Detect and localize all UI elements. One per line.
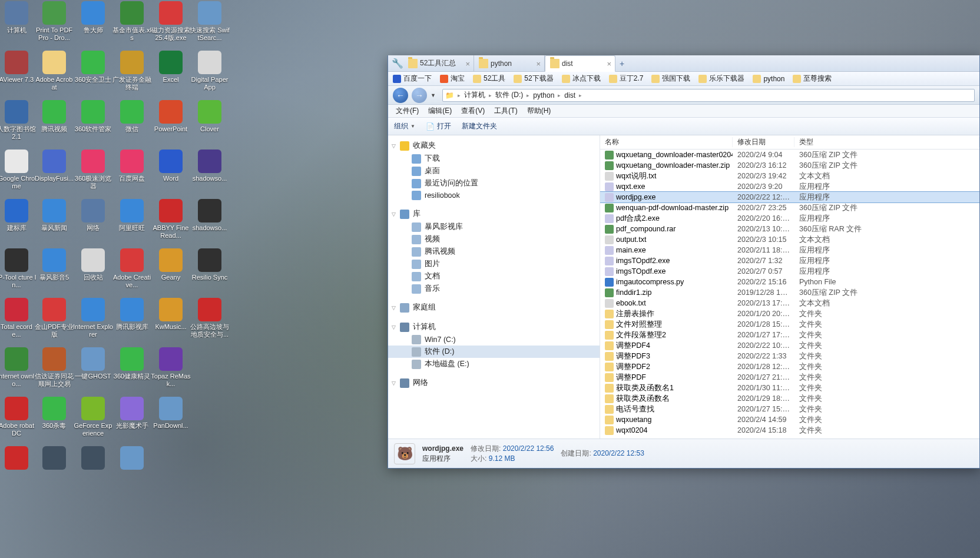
breadcrumb-item[interactable]: dist (562, 91, 578, 99)
desktop-icon[interactable]: 网络 (72, 198, 114, 247)
menu-item[interactable]: 查看(V) (457, 105, 489, 117)
nav-item[interactable]: 腾讯视频 (388, 245, 600, 258)
menu-item[interactable]: 工具(T) (490, 105, 521, 117)
menu-item[interactable]: 文件(F) (392, 105, 423, 117)
bookmark[interactable]: 至尊搜索 (793, 74, 832, 84)
window-tab[interactable]: dist× (545, 55, 615, 72)
nav-item[interactable]: 桌面 (388, 165, 600, 177)
desktop-icon[interactable]: Google Chrome (0, 148, 38, 198)
desktop-icon[interactable]: Word (150, 148, 192, 198)
desktop-icon[interactable]: DisplayFusi... (33, 148, 75, 198)
breadcrumb-item[interactable]: 计算机 (462, 90, 488, 100)
nav-history-dropdown[interactable]: ▼ (431, 92, 439, 98)
desktop-icon[interactable]: Topaz ReMask... (150, 346, 192, 396)
file-row[interactable]: 文件段落整理2 2020/1/27 17:26 文件夹 (600, 330, 979, 340)
close-icon[interactable]: × (607, 59, 611, 68)
desktop-icon[interactable]: 360安全卫士 (72, 49, 114, 99)
file-row[interactable]: 调整PDF2 2020/1/28 12:33 文件夹 (600, 361, 979, 372)
nav-item[interactable]: 文档 (388, 270, 600, 283)
desktop-icon[interactable]: Digital Paper App (188, 49, 231, 99)
nav-item[interactable]: 音乐 (388, 283, 600, 295)
file-row[interactable]: wqxuetang 2020/2/4 14:59 文件夹 (600, 414, 979, 425)
desktop-icon[interactable]: 腾讯影视库 (111, 297, 153, 346)
menu-item[interactable]: 帮助(H) (523, 105, 555, 117)
desktop-icon[interactable]: 磁力资源搜索25.4版.exe (150, 0, 192, 49)
desktop-icon[interactable]: Clover (188, 99, 231, 148)
nav-back-button[interactable]: ← (393, 88, 408, 103)
file-row[interactable]: imgsTOpdf2.exe 2020/2/7 1:32 应用程序 (600, 255, 979, 266)
nav-forward-button[interactable]: → (412, 88, 427, 103)
nav-group-header[interactable]: 库 (388, 207, 600, 221)
nav-group-header[interactable]: 收藏夹 (388, 139, 600, 152)
nav-item[interactable]: 视频 (388, 233, 600, 245)
bookmark[interactable]: 52工具 (473, 74, 505, 84)
window-tab[interactable]: 52工具汇总× (403, 55, 474, 71)
desktop-icon[interactable]: ABBYY FineRead... (150, 198, 192, 247)
desktop-icon[interactable]: 建标库 (0, 198, 38, 247)
desktop-icon[interactable]: PanDownl... (150, 396, 192, 445)
nav-group-header[interactable]: 计算机 (388, 320, 600, 334)
nav-item[interactable]: 图片 (388, 258, 600, 270)
desktop-icon[interactable]: 快速搜索 SwiftSearc... (188, 0, 231, 49)
file-row[interactable]: 获取类及函数名1 2020/1/30 11:17 文件夹 (600, 383, 979, 393)
desktop-icon[interactable]: 阿里旺旺 (111, 198, 153, 247)
bookmark[interactable]: 淘宝 (440, 74, 465, 84)
breadcrumb-item[interactable]: 软件 (D:) (493, 90, 525, 100)
desktop-icon[interactable] (33, 445, 75, 494)
desktop-icon[interactable]: 基金市值表.xls (111, 0, 153, 49)
header-name[interactable]: 名称 (600, 137, 733, 147)
file-row[interactable]: wenquan-pdf-download-master.zip 2020/2/7… (600, 202, 979, 213)
file-row[interactable]: 调整PDF4 2020/2/22 10:10 文件夹 (600, 340, 979, 351)
desktop-icon[interactable]: Geany (150, 247, 192, 297)
new-tab-button[interactable]: + (615, 55, 628, 71)
close-icon[interactable]: × (465, 59, 470, 68)
desktop-icon[interactable]: KwMusic... (150, 297, 192, 346)
desktop-icon[interactable]: 金山PDF专业版 (33, 297, 75, 346)
file-row[interactable]: pdf合成2.exe 2020/2/20 16:37 应用程序 (600, 213, 979, 224)
nav-item[interactable]: 最近访问的位置 (388, 177, 600, 190)
desktop-icon[interactable]: 广发证券金融终端 (111, 49, 153, 99)
breadcrumb-bar[interactable]: 📁 ▸计算机▸软件 (D:)▸python▸dist▸ (442, 89, 975, 102)
bookmark[interactable]: 强国下载 (651, 74, 690, 84)
bookmark[interactable]: 52下载器 (514, 74, 553, 84)
nav-item[interactable]: 本地磁盘 (E:) (388, 358, 600, 370)
desktop-icon[interactable]: Adobe Creative... (111, 247, 153, 297)
desktop-icon[interactable] (72, 445, 114, 494)
bookmark[interactable]: python (753, 75, 784, 83)
file-row[interactable]: wqxuetang_downloader-master0204.... 2020… (600, 150, 979, 160)
file-row[interactable]: ebook.txt 2020/2/13 17:47 文本文档 (600, 298, 979, 308)
close-icon[interactable]: × (536, 59, 541, 68)
file-list[interactable]: wqxuetang_downloader-master0204.... 2020… (600, 150, 979, 439)
desktop-icon[interactable]: Adobe robat DC (0, 396, 38, 445)
nav-group-header[interactable]: 家庭组 (388, 301, 600, 314)
desktop-icon[interactable]: nternet ownlo... (0, 346, 38, 396)
file-row[interactable]: 电话号查找 2020/1/27 15:28 文件夹 (600, 404, 979, 414)
nav-item[interactable]: resiliobook (388, 190, 600, 201)
breadcrumb-item[interactable]: python (531, 91, 557, 99)
file-row[interactable]: pdf_compound.rar 2020/2/13 10:35 360压缩 R… (600, 224, 979, 234)
file-row[interactable]: wqxt.exe 2020/2/3 9:20 应用程序 (600, 181, 979, 192)
desktop-icon[interactable]: 一键GHOST (72, 346, 114, 396)
nav-item[interactable]: 下载 (388, 152, 600, 165)
file-row[interactable]: 调整PDF 2020/1/27 21:18 文件夹 (600, 372, 979, 383)
file-row[interactable]: wordjpg.exe 2020/2/22 12:56 应用程序 (600, 192, 979, 202)
desktop-icon[interactable]: 360健康精灵 (111, 346, 153, 396)
open-button[interactable]: 📄打开 (426, 121, 451, 131)
bookmark[interactable]: 乐乐下载器 (698, 74, 744, 84)
desktop-icon[interactable]: Excel (150, 49, 192, 99)
desktop-icon[interactable]: 计算机 (0, 0, 38, 49)
file-row[interactable]: wqxt0204 2020/2/4 15:18 文件夹 (600, 425, 979, 436)
desktop-icon[interactable]: 百度网盘 (111, 148, 153, 198)
file-row[interactable]: 调整PDF3 2020/2/22 1:33 文件夹 (600, 351, 979, 361)
nav-item[interactable]: Win7 (C:) (388, 334, 600, 346)
desktop-icon[interactable]: 公路高边坡与地质安全与... (188, 297, 231, 346)
file-row[interactable]: wqxt说明.txt 2020/2/3 19:42 文本文档 (600, 171, 979, 181)
settings-icon[interactable]: 🔧 (392, 55, 403, 71)
desktop-icon[interactable]: 人数字图书馆 2.1 (0, 99, 38, 148)
file-row[interactable]: 获取类及函数名 2020/1/29 18:48 文件夹 (600, 393, 979, 404)
file-row[interactable]: 注册表操作 2020/1/20 20:04 文件夹 (600, 308, 979, 319)
file-row[interactable]: output.txt 2020/2/3 10:15 文本文档 (600, 234, 979, 245)
desktop-icon[interactable]: 360杀毒 (33, 396, 75, 445)
file-row[interactable]: imgautocompress.py 2020/2/2 15:16 Python… (600, 277, 979, 287)
window-tab[interactable]: python× (474, 55, 545, 71)
